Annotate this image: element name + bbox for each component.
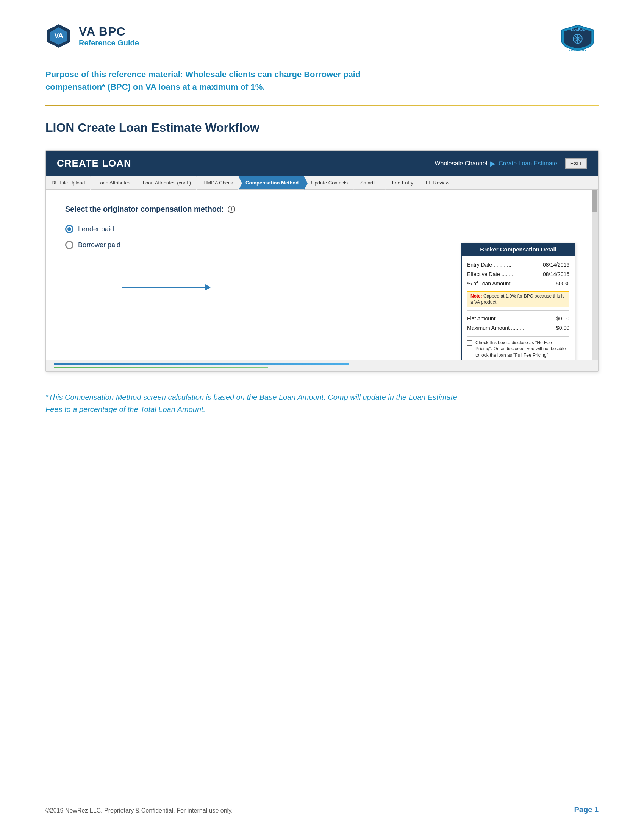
progress-bar-blue [54, 363, 349, 365]
flat-amount-label: Flat Amount ................. [467, 314, 522, 323]
broker-divider-2 [467, 336, 569, 337]
broker-divider [467, 310, 569, 311]
radio-lender-paid[interactable]: Lender paid [65, 225, 579, 233]
footer: ©2019 NewRez LLC. Proprietary & Confiden… [45, 806, 599, 814]
flat-amount-value: $0.00 [556, 314, 569, 323]
breadcrumb: Wholesale Channel ▶ Create Loan Estimate [435, 159, 557, 168]
no-fee-pricing-checkbox[interactable] [467, 340, 472, 346]
step-hmda-check[interactable]: HMDA Check [196, 176, 239, 189]
step-smartle[interactable]: SmartLE [353, 176, 385, 189]
app-header-right: Wholesale Channel ▶ Create Loan Estimate… [435, 158, 587, 169]
italic-note: *This Compensation Method screen calcula… [45, 391, 462, 415]
note-bold: Note: [470, 293, 482, 299]
loan-amount-value: 1.500% [552, 279, 569, 288]
max-amount-label: Maximum Amount ......... [467, 323, 524, 333]
app-header: CREATE LOAN Wholesale Channel ▶ Create L… [46, 151, 598, 176]
broker-detail-box: Broker Compensation Detail Entry Date ..… [461, 243, 575, 372]
info-icon[interactable]: i [228, 206, 235, 213]
svg-text:NewRez: NewRez [571, 27, 584, 31]
steps-bar: DU File Upload Loan Attributes Loan Attr… [46, 176, 598, 190]
purpose-text: Purpose of this reference material: Whol… [45, 68, 386, 93]
step-label: HMDA Check [203, 180, 233, 185]
arrow-head-icon [205, 285, 211, 290]
arrow-line [122, 286, 205, 288]
flat-amount-row: Flat Amount ................. $0.00 [467, 314, 569, 323]
page-number: Page 1 [574, 806, 599, 814]
svg-text:UNIVERSITY: UNIVERSITY [569, 49, 586, 52]
radio-lender-paid-label: Lender paid [78, 225, 114, 233]
va-bpc-icon: VA [45, 23, 72, 49]
step-label: LE Review [426, 180, 449, 185]
entry-date-value: 08/14/2016 [543, 260, 569, 270]
comp-question: Select the originator compensation metho… [65, 205, 579, 214]
max-amount-row: Maximum Amount ......... $0.00 [467, 323, 569, 333]
breadcrumb-arrow-icon: ▶ [490, 159, 496, 168]
arrow-container [122, 285, 211, 290]
note-box: Note: Capped at 1.0% for BPC because thi… [467, 291, 569, 308]
step-compensation-method[interactable]: Compensation Method [239, 176, 304, 189]
step-loan-attributes-cont[interactable]: Loan Attributes (cont.) [136, 176, 196, 189]
radio-borrower-paid-label: Borrower paid [78, 241, 121, 249]
footer-copyright: ©2019 NewRez LLC. Proprietary & Confiden… [45, 807, 233, 814]
svg-text:VA: VA [54, 32, 63, 39]
step-label: Compensation Method [245, 180, 298, 185]
logo-subtitle: Reference Guide [79, 39, 139, 47]
gold-divider [45, 105, 599, 106]
loan-amount-row: % of Loan Amount ......... 1.500% [467, 279, 569, 288]
effective-date-row: Effective Date ......... 08/14/2016 [467, 270, 569, 279]
broker-detail-body: Entry Date ............ 08/14/2016 Effec… [462, 256, 575, 372]
radio-borrower-paid-circle[interactable] [65, 241, 74, 249]
no-fee-pricing-row: Check this box to disclose as "No Fee Pr… [467, 339, 569, 359]
step-label: Loan Attributes [97, 180, 130, 185]
step-du-file-upload[interactable]: DU File Upload [46, 176, 90, 189]
breadcrumb-step: Create Loan Estimate [499, 160, 557, 167]
newrez-logo: NewRez UNIVERSITY Get. Caught. Learning. [557, 23, 599, 53]
effective-date-value: 08/14/2016 [543, 270, 569, 279]
step-label: SmartLE [360, 180, 380, 185]
step-update-contacts[interactable]: Update Contacts [304, 176, 353, 189]
step-label: Fee Entry [392, 180, 413, 185]
effective-date-label: Effective Date ......... [467, 270, 515, 279]
progress-bar-green [54, 367, 268, 368]
app-title: CREATE LOAN [57, 158, 132, 169]
app-screenshot: CREATE LOAN Wholesale Channel ▶ Create L… [45, 150, 599, 372]
radio-lender-paid-circle[interactable] [65, 225, 74, 233]
channel-label: Wholesale Channel [435, 160, 487, 167]
logo-left: VA VA BPC Reference Guide [45, 23, 139, 49]
logo-title: VA BPC [79, 25, 139, 39]
app-bottom-bars [46, 360, 598, 371]
step-le-review[interactable]: LE Review [419, 176, 455, 189]
exit-button[interactable]: EXIT [565, 158, 587, 169]
entry-date-label: Entry Date ............ [467, 260, 511, 270]
step-label: Update Contacts [311, 180, 348, 185]
page-header: VA VA BPC Reference Guide NewRez UN [45, 23, 599, 53]
broker-detail-header: Broker Compensation Detail [462, 243, 575, 256]
step-label: DU File Upload [52, 180, 85, 185]
comp-question-text: Select the originator compensation metho… [65, 205, 224, 214]
max-amount-value: $0.00 [556, 323, 569, 333]
scrollbar[interactable] [592, 190, 598, 371]
scrollbar-thumb[interactable] [592, 190, 597, 212]
step-fee-entry[interactable]: Fee Entry [385, 176, 419, 189]
section-title: LION Create Loan Estimate Workflow [45, 121, 599, 135]
no-fee-pricing-text: Check this box to disclose as "No Fee Pr… [475, 339, 569, 359]
entry-date-row: Entry Date ............ 08/14/2016 [467, 260, 569, 270]
app-body: Select the originator compensation metho… [46, 190, 598, 371]
note-text: Capped at 1.0% for BPC because this is a… [470, 293, 564, 305]
step-label: Loan Attributes (cont.) [143, 180, 191, 185]
loan-amount-label: % of Loan Amount ......... [467, 279, 525, 288]
step-loan-attributes[interactable]: Loan Attributes [90, 176, 136, 189]
